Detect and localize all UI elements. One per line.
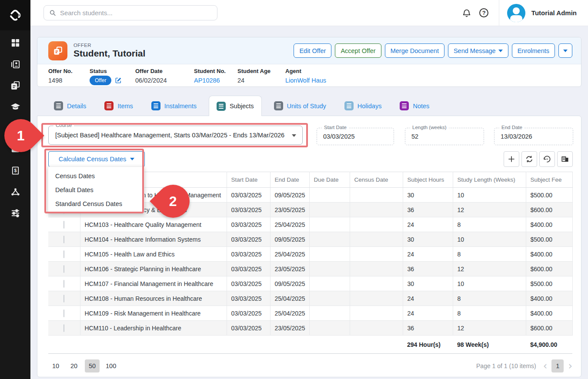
menu-item-census-dates[interactable]: Census Dates: [48, 169, 144, 183]
cell-end-date: 09/05/2025: [270, 276, 309, 291]
topbar-divider: [499, 0, 499, 26]
course-select[interactable]: Course [Subject Based] Healthcare Manage…: [48, 126, 303, 145]
cell-due-date: [309, 262, 350, 276]
settings-icon: [10, 208, 20, 220]
tab-instalments[interactable]: Instalments: [145, 96, 203, 116]
table-row[interactable]: HCM110 - Leadership in Healthcare 03/03/…: [48, 321, 572, 336]
sidebar-item-agents[interactable]: [0, 182, 30, 203]
column-chooser-button[interactable]: [557, 151, 573, 167]
total-hours: 294 Hour(s): [403, 336, 453, 354]
agent-link[interactable]: LionWolf Haus: [285, 77, 326, 84]
page-size-20[interactable]: 20: [67, 359, 81, 372]
tab-holidays[interactable]: Holidays: [338, 96, 388, 116]
add-row-button[interactable]: [504, 151, 519, 167]
cell-census-date: [350, 321, 403, 336]
enrolments-button[interactable]: Enrolments: [512, 43, 555, 58]
merge-document-button[interactable]: Merge Document: [385, 43, 444, 58]
search-input[interactable]: [60, 9, 212, 17]
cell-end-date: 23/05/2025: [270, 262, 309, 276]
row-checkbox[interactable]: [63, 250, 64, 258]
accept-offer-button[interactable]: Accept Offer: [335, 43, 381, 58]
sidebar-item-invoices[interactable]: $: [0, 161, 30, 182]
page-size-50[interactable]: 50: [85, 359, 100, 372]
table-row[interactable]: HCM109 - Risk Management in Healthcare 0…: [48, 306, 572, 321]
topbar: ? Tutorial Admin: [30, 0, 588, 26]
col-census-date[interactable]: Census Date: [350, 172, 403, 188]
page-size-100[interactable]: 100: [103, 359, 119, 372]
prev-page-icon[interactable]: ‹: [543, 361, 548, 371]
col-subject-fee[interactable]: Subject Fee: [526, 172, 572, 188]
col-end-date[interactable]: End Date: [270, 172, 309, 188]
cell-study-length: 12: [453, 203, 526, 217]
edit-status-icon[interactable]: [115, 77, 122, 84]
table-row[interactable]: HCM106 - Strategic Planning in Healthcar…: [48, 262, 572, 276]
cell-end-date: 09/05/2025: [270, 188, 309, 203]
app-logo-icon[interactable]: [0, 0, 30, 30]
units-of-study-icon: [274, 101, 283, 110]
cell-subject-hours: 24: [403, 217, 453, 232]
send-message-button[interactable]: Send Message: [448, 43, 508, 58]
cell-study-length: 8: [453, 291, 526, 306]
sidebar-item-offers[interactable]: [0, 76, 30, 97]
sidebar-item-students[interactable]: [0, 54, 30, 76]
help-button[interactable]: ?: [475, 4, 493, 22]
calculate-census-dates-button[interactable]: Calculate Census Dates: [48, 151, 145, 167]
student-no-link[interactable]: AP10286: [194, 77, 237, 84]
cell-due-date: [309, 321, 350, 336]
instalments-icon: [151, 101, 160, 110]
row-checkbox[interactable]: [63, 265, 64, 273]
cell-subject: HCM108 - Human Resources in Healthcare: [80, 291, 227, 306]
tab-details[interactable]: Details: [48, 96, 92, 116]
notes-icon: [400, 101, 409, 110]
cell-subject: HCM103 - Healthcare Quality Management: [80, 217, 227, 232]
more-actions-button[interactable]: [558, 43, 572, 58]
table-row[interactable]: HCM107 - Financial Management in Healthc…: [48, 276, 572, 291]
grid-toolbar: [504, 151, 573, 167]
tab-items[interactable]: Items: [98, 96, 139, 116]
row-checkbox[interactable]: [63, 324, 64, 332]
end-date-field: End Date 13/03/2026: [494, 128, 573, 145]
cell-due-date: [309, 306, 350, 321]
page-size-10[interactable]: 10: [48, 359, 63, 372]
col-subject-hours[interactable]: Subject Hours: [403, 172, 453, 188]
table-row[interactable]: HCM108 - Human Resources in Healthcare 0…: [48, 291, 572, 306]
table-row[interactable]: HCM103 - Healthcare Quality Management 0…: [48, 217, 572, 232]
tab-subjects[interactable]: Subjects: [209, 96, 262, 116]
notifications-button[interactable]: [458, 4, 475, 22]
sidebar-item-settings[interactable]: [0, 203, 30, 225]
row-checkbox[interactable]: [63, 309, 64, 317]
cell-due-date: [309, 247, 350, 262]
page-number[interactable]: 1: [551, 359, 564, 372]
cell-study-length: 12: [453, 321, 526, 336]
status-badge: Offer: [90, 76, 111, 85]
row-checkbox[interactable]: [63, 236, 64, 243]
row-checkbox[interactable]: [63, 280, 64, 288]
user-menu[interactable]: Tutorial Admin: [507, 4, 577, 22]
table-row[interactable]: HCM104 - Healthcare Information Systems …: [48, 232, 572, 247]
row-checkbox[interactable]: [63, 295, 64, 303]
refresh-button[interactable]: [521, 151, 537, 167]
menu-item-default-dates[interactable]: Default Dates: [48, 183, 144, 197]
offer-no-value: 1498: [48, 77, 90, 84]
sidebar-item-courses[interactable]: [0, 97, 30, 118]
invoice-icon: $: [10, 166, 20, 177]
table-row[interactable]: HCM105 - Health Law and Ethics 03/03/202…: [48, 247, 572, 262]
sidebar: $: [0, 0, 30, 379]
col-due-date[interactable]: Due Date: [309, 172, 350, 188]
start-date-label: Start Date: [322, 125, 349, 130]
next-page-icon[interactable]: ›: [568, 361, 572, 371]
tab-units-of-study[interactable]: Units of Study: [268, 96, 332, 116]
start-date-field: Start Date 03/03/2025: [317, 128, 394, 145]
row-checkbox[interactable]: [63, 221, 64, 229]
sidebar-item-dashboard[interactable]: [0, 33, 30, 54]
chevron-down-icon: [563, 50, 568, 52]
revert-button[interactable]: [539, 151, 555, 167]
col-study-length[interactable]: Study Length (Weeks): [453, 172, 526, 188]
col-start-date[interactable]: Start Date: [227, 172, 270, 188]
agent-label: Agent: [285, 68, 326, 74]
tab-notes[interactable]: Notes: [394, 96, 435, 116]
offer-icon: [48, 41, 67, 60]
menu-item-standard-census-dates[interactable]: Standard Census Dates: [48, 197, 144, 211]
cell-subject: HCM110 - Leadership in Healthcare: [80, 321, 227, 336]
edit-offer-button[interactable]: Edit Offer: [294, 43, 331, 58]
